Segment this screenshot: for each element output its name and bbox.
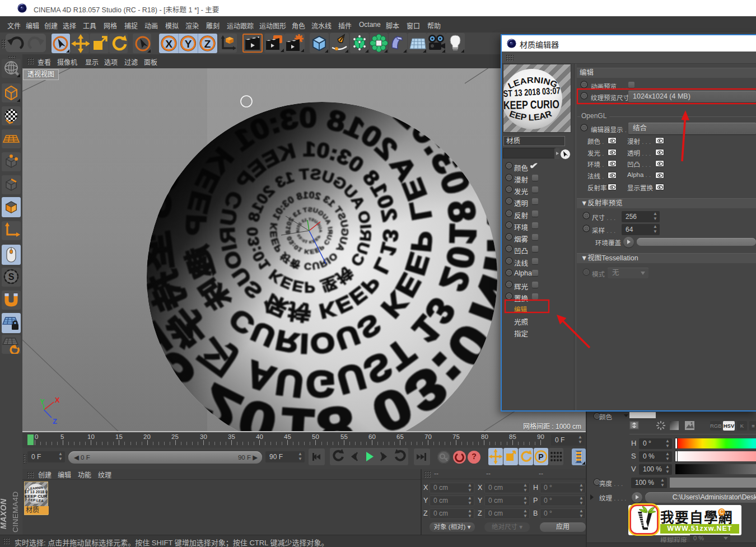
svg-text:Z: Z (204, 38, 211, 50)
svg-text:Y: Y (40, 398, 45, 406)
svg-text:S: S (8, 272, 15, 282)
svg-text:P: P (538, 452, 543, 461)
svg-text:ST 13 2018 0: ST 13 2018 0 (25, 490, 48, 494)
svg-text:X: X (165, 38, 172, 50)
svg-text:Y: Y (185, 38, 192, 50)
svg-text:Z: Z (53, 417, 57, 426)
svg-text:X: X (55, 396, 60, 404)
